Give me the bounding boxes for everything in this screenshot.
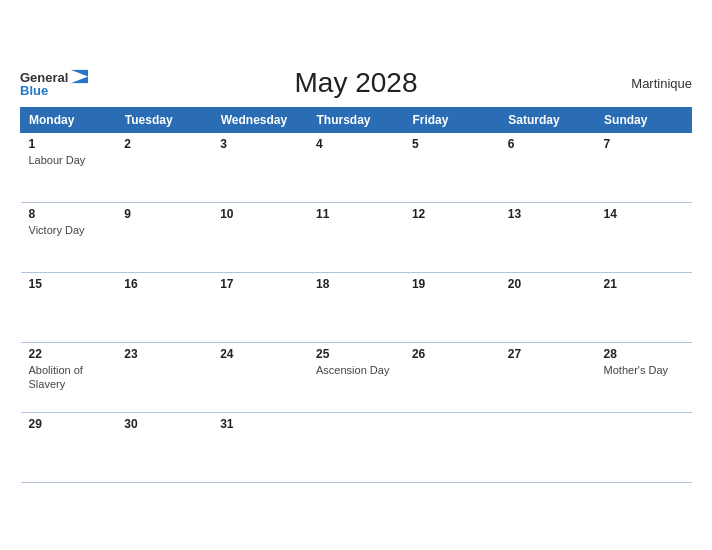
calendar-container: General Blue May 2028 Martinique MondayT… xyxy=(10,57,702,493)
event-label: Abolition of Slavery xyxy=(29,363,109,392)
day-number: 27 xyxy=(508,347,588,361)
calendar-cell: 15 xyxy=(21,273,117,343)
calendar-cell: 21 xyxy=(596,273,692,343)
calendar-cell: 12 xyxy=(404,203,500,273)
calendar-cell: 8Victory Day xyxy=(21,203,117,273)
day-number: 29 xyxy=(29,417,109,431)
day-number: 4 xyxy=(316,137,396,151)
day-number: 18 xyxy=(316,277,396,291)
day-number: 8 xyxy=(29,207,109,221)
day-number: 12 xyxy=(412,207,492,221)
day-number: 21 xyxy=(604,277,684,291)
calendar-cell xyxy=(500,413,596,483)
day-number: 23 xyxy=(124,347,204,361)
calendar-cell: 4 xyxy=(308,133,404,203)
day-number: 31 xyxy=(220,417,300,431)
logo-blue-word: Blue xyxy=(20,84,88,97)
weekday-header-thursday: Thursday xyxy=(308,108,404,133)
calendar-cell: 28Mother's Day xyxy=(596,343,692,413)
logo-flag-icon xyxy=(70,70,88,84)
day-number: 26 xyxy=(412,347,492,361)
day-number: 11 xyxy=(316,207,396,221)
calendar-cell: 20 xyxy=(500,273,596,343)
day-number: 25 xyxy=(316,347,396,361)
day-number: 10 xyxy=(220,207,300,221)
day-number: 17 xyxy=(220,277,300,291)
calendar-cell: 14 xyxy=(596,203,692,273)
day-number: 1 xyxy=(29,137,109,151)
calendar-cell: 26 xyxy=(404,343,500,413)
day-number: 9 xyxy=(124,207,204,221)
calendar-cell: 6 xyxy=(500,133,596,203)
calendar-cell: 3 xyxy=(212,133,308,203)
week-row-3: 15161718192021 xyxy=(21,273,692,343)
day-number: 28 xyxy=(604,347,684,361)
day-number: 2 xyxy=(124,137,204,151)
weekday-header-monday: Monday xyxy=(21,108,117,133)
calendar-cell: 23 xyxy=(116,343,212,413)
day-number: 5 xyxy=(412,137,492,151)
calendar-cell: 11 xyxy=(308,203,404,273)
day-number: 30 xyxy=(124,417,204,431)
logo-general-word: General xyxy=(20,70,68,83)
calendar-cell: 1Labour Day xyxy=(21,133,117,203)
day-number: 22 xyxy=(29,347,109,361)
day-number: 14 xyxy=(604,207,684,221)
calendar-cell: 22Abolition of Slavery xyxy=(21,343,117,413)
week-row-2: 8Victory Day91011121314 xyxy=(21,203,692,273)
calendar-cell: 10 xyxy=(212,203,308,273)
weekday-header-row: MondayTuesdayWednesdayThursdayFridaySatu… xyxy=(21,108,692,133)
day-number: 7 xyxy=(604,137,684,151)
calendar-cell: 25Ascension Day xyxy=(308,343,404,413)
event-label: Labour Day xyxy=(29,153,109,167)
calendar-header: General Blue May 2028 Martinique xyxy=(20,67,692,99)
calendar-cell: 24 xyxy=(212,343,308,413)
calendar-cell: 27 xyxy=(500,343,596,413)
calendar-cell: 9 xyxy=(116,203,212,273)
calendar-cell: 16 xyxy=(116,273,212,343)
logo: General Blue xyxy=(20,70,88,97)
day-number: 3 xyxy=(220,137,300,151)
calendar-cell: 2 xyxy=(116,133,212,203)
logo-general-text: General xyxy=(20,70,88,84)
day-number: 13 xyxy=(508,207,588,221)
day-number: 20 xyxy=(508,277,588,291)
calendar-cell xyxy=(596,413,692,483)
event-label: Mother's Day xyxy=(604,363,684,377)
calendar-cell: 7 xyxy=(596,133,692,203)
calendar-table: MondayTuesdayWednesdayThursdayFridaySatu… xyxy=(20,107,692,483)
week-row-5: 293031 xyxy=(21,413,692,483)
event-label: Victory Day xyxy=(29,223,109,237)
calendar-cell: 18 xyxy=(308,273,404,343)
week-row-1: 1Labour Day234567 xyxy=(21,133,692,203)
day-number: 24 xyxy=(220,347,300,361)
calendar-title: May 2028 xyxy=(295,67,418,99)
weekday-header-friday: Friday xyxy=(404,108,500,133)
calendar-cell: 29 xyxy=(21,413,117,483)
weekday-header-sunday: Sunday xyxy=(596,108,692,133)
day-number: 16 xyxy=(124,277,204,291)
week-row-4: 22Abolition of Slavery232425Ascension Da… xyxy=(21,343,692,413)
calendar-cell xyxy=(404,413,500,483)
day-number: 6 xyxy=(508,137,588,151)
weekday-header-wednesday: Wednesday xyxy=(212,108,308,133)
region-label: Martinique xyxy=(631,76,692,91)
day-number: 19 xyxy=(412,277,492,291)
calendar-cell: 19 xyxy=(404,273,500,343)
weekday-header-saturday: Saturday xyxy=(500,108,596,133)
weekday-header-tuesday: Tuesday xyxy=(116,108,212,133)
calendar-cell: 17 xyxy=(212,273,308,343)
calendar-cell: 30 xyxy=(116,413,212,483)
calendar-cell: 13 xyxy=(500,203,596,273)
calendar-cell xyxy=(308,413,404,483)
day-number: 15 xyxy=(29,277,109,291)
calendar-cell: 5 xyxy=(404,133,500,203)
calendar-cell: 31 xyxy=(212,413,308,483)
event-label: Ascension Day xyxy=(316,363,396,377)
